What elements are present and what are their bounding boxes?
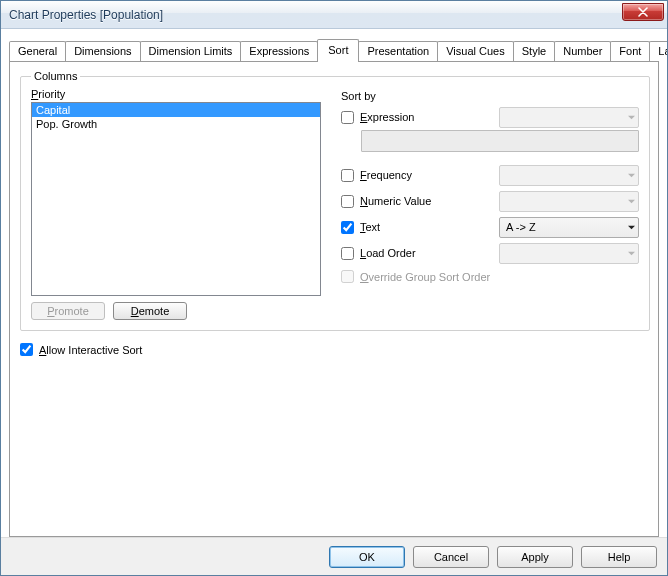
window-title: Chart Properties [Population] bbox=[9, 8, 163, 22]
demote-button[interactable]: Demote bbox=[113, 302, 187, 320]
sortby-label: Sort by bbox=[341, 90, 639, 102]
chevron-down-icon bbox=[628, 114, 635, 121]
expression-checkbox[interactable] bbox=[341, 111, 354, 124]
columns-legend: Columns bbox=[31, 70, 80, 82]
tab-expressions[interactable]: Expressions bbox=[240, 41, 318, 61]
tabstrip: General Dimensions Dimension Limits Expr… bbox=[9, 37, 659, 61]
override-label: Override Group Sort Order bbox=[360, 271, 490, 283]
loadorder-label: Load Order bbox=[360, 247, 416, 259]
help-button[interactable]: Help bbox=[581, 546, 657, 568]
frequency-combo[interactable] bbox=[499, 165, 639, 186]
close-button[interactable] bbox=[622, 3, 664, 21]
tab-layout-clipped[interactable]: Layo bbox=[649, 41, 667, 61]
chevron-down-icon bbox=[628, 198, 635, 205]
numeric-combo[interactable] bbox=[499, 191, 639, 212]
frequency-label: Frequency bbox=[360, 169, 412, 181]
text-combo[interactable]: A -> Z bbox=[499, 217, 639, 238]
allow-interactive-label: Allow Interactive Sort bbox=[39, 344, 142, 356]
priority-listbox[interactable]: Capital Pop. Growth bbox=[31, 102, 321, 296]
numeric-label: Numeric Value bbox=[360, 195, 431, 207]
sort-row-text: Text A -> Z bbox=[341, 214, 639, 240]
expression-label: Expression bbox=[360, 111, 414, 123]
override-checkbox bbox=[341, 270, 354, 283]
chevron-down-icon bbox=[628, 172, 635, 179]
numeric-checkbox[interactable] bbox=[341, 195, 354, 208]
ok-button[interactable]: OK bbox=[329, 546, 405, 568]
tab-pane-sort: Columns Priority Capital Pop. Growth Pro… bbox=[9, 61, 659, 537]
columns-group: Columns Priority Capital Pop. Growth Pro… bbox=[20, 70, 650, 331]
override-row: Override Group Sort Order bbox=[341, 270, 639, 283]
sort-row-loadorder: Load Order bbox=[341, 240, 639, 266]
list-item[interactable]: Pop. Growth bbox=[32, 117, 320, 131]
close-icon bbox=[638, 7, 648, 17]
list-item[interactable]: Capital bbox=[32, 103, 320, 117]
sort-row-frequency: Frequency bbox=[341, 162, 639, 188]
text-label: Text bbox=[360, 221, 380, 233]
promote-button: Promote bbox=[31, 302, 105, 320]
dialog-body: General Dimensions Dimension Limits Expr… bbox=[1, 29, 667, 537]
loadorder-checkbox[interactable] bbox=[341, 247, 354, 260]
tab-dimension-limits[interactable]: Dimension Limits bbox=[140, 41, 242, 61]
tab-number[interactable]: Number bbox=[554, 41, 611, 61]
tab-visual-cues[interactable]: Visual Cues bbox=[437, 41, 514, 61]
tab-presentation[interactable]: Presentation bbox=[358, 41, 438, 61]
titlebar[interactable]: Chart Properties [Population] bbox=[1, 1, 667, 29]
text-checkbox[interactable] bbox=[341, 221, 354, 234]
chevron-down-icon bbox=[628, 250, 635, 257]
priority-label: Priority bbox=[31, 88, 321, 100]
sort-row-numeric: Numeric Value bbox=[341, 188, 639, 214]
tab-font[interactable]: Font bbox=[610, 41, 650, 61]
allow-interactive-row: Allow Interactive Sort bbox=[20, 343, 648, 356]
expression-combo[interactable] bbox=[499, 107, 639, 128]
cancel-button[interactable]: Cancel bbox=[413, 546, 489, 568]
dialog-footer: OK Cancel Apply Help bbox=[1, 537, 667, 575]
loadorder-combo[interactable] bbox=[499, 243, 639, 264]
tab-general[interactable]: General bbox=[9, 41, 66, 61]
tab-sort[interactable]: Sort bbox=[317, 39, 359, 62]
frequency-checkbox[interactable] bbox=[341, 169, 354, 182]
apply-button[interactable]: Apply bbox=[497, 546, 573, 568]
tab-dimensions[interactable]: Dimensions bbox=[65, 41, 140, 61]
chevron-down-icon bbox=[628, 224, 635, 231]
dialog-window: Chart Properties [Population] General Di… bbox=[0, 0, 668, 576]
sort-row-expression: Expression bbox=[341, 104, 639, 130]
allow-interactive-checkbox[interactable] bbox=[20, 343, 33, 356]
tab-style[interactable]: Style bbox=[513, 41, 555, 61]
expression-input[interactable] bbox=[361, 130, 639, 152]
